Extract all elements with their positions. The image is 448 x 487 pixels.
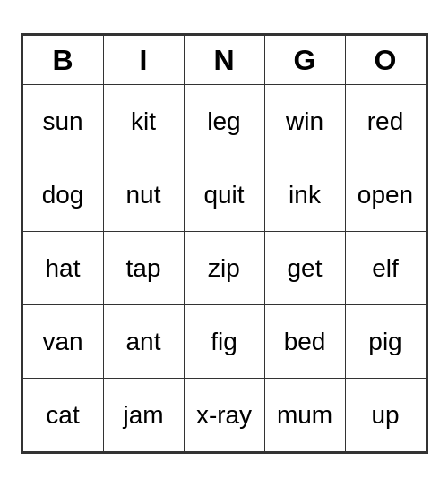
list-item: nut — [103, 158, 184, 232]
list-item: kit — [103, 85, 184, 158]
list-item: get — [264, 232, 345, 305]
list-item: red — [345, 85, 426, 158]
list-item: ink — [264, 158, 345, 232]
list-item: cat — [22, 379, 103, 452]
list-item: hat — [22, 232, 103, 305]
list-item: sun — [22, 85, 103, 158]
list-item: x-ray — [184, 379, 264, 452]
table-row: dognutquitinkopen — [22, 158, 426, 232]
col-header-g: G — [264, 36, 345, 85]
list-item: van — [22, 305, 103, 379]
col-header-o: O — [345, 36, 426, 85]
list-item: leg — [184, 85, 264, 158]
list-item: tap — [103, 232, 184, 305]
list-item: fig — [184, 305, 264, 379]
list-item: bed — [264, 305, 345, 379]
col-header-i: I — [103, 36, 184, 85]
list-item: pig — [345, 305, 426, 379]
list-item: mum — [264, 379, 345, 452]
list-item: jam — [103, 379, 184, 452]
table-row: sunkitlegwinred — [22, 85, 426, 158]
list-item: elf — [345, 232, 426, 305]
list-item: up — [345, 379, 426, 452]
bingo-card: B I N G O sunkitlegwinreddognutquitinkop… — [21, 33, 428, 454]
list-item: ant — [103, 305, 184, 379]
table-row: catjamx-raymumup — [22, 379, 426, 452]
list-item: open — [345, 158, 426, 232]
col-header-b: B — [22, 36, 103, 85]
col-header-n: N — [184, 36, 264, 85]
list-item: zip — [184, 232, 264, 305]
list-item: quit — [184, 158, 264, 232]
table-row: vanantfigbedpig — [22, 305, 426, 379]
list-item: dog — [22, 158, 103, 232]
header-row: B I N G O — [22, 36, 426, 85]
list-item: win — [264, 85, 345, 158]
table-row: hattapzipgetelf — [22, 232, 426, 305]
